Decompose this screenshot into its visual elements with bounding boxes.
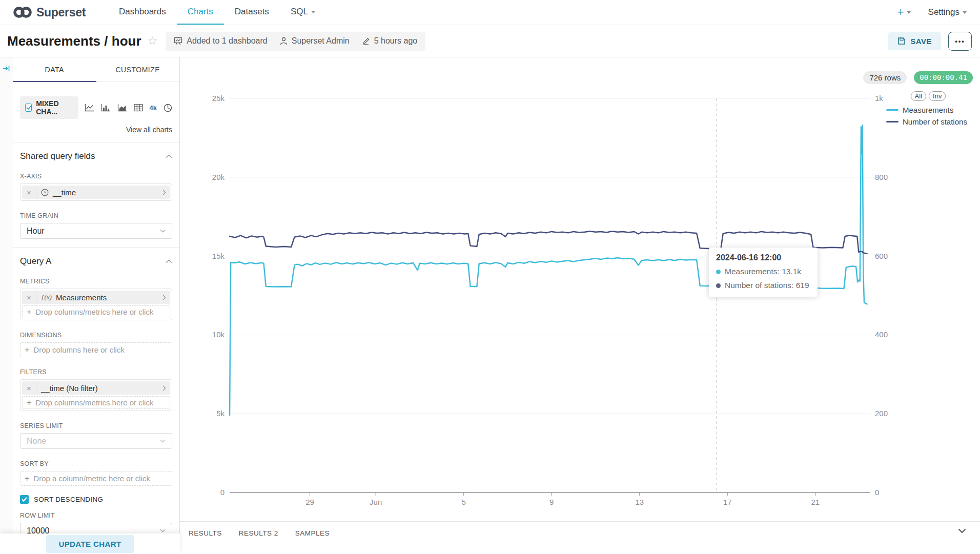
svg-text:13: 13	[635, 498, 644, 506]
nav-item-sql[interactable]: SQL	[280, 0, 326, 25]
x-axis-label: X-AXIS	[20, 173, 172, 180]
plus-icon: +	[27, 398, 31, 407]
svg-text:9: 9	[549, 498, 554, 506]
dimensions-dropzone[interactable]: +Drop columns here or click	[20, 342, 172, 357]
shared-query-fields-section[interactable]: Shared query fields	[13, 142, 179, 161]
time-grain-select[interactable]: Hour	[20, 223, 172, 239]
chart-tooltip: 2024-06-16 12:00 Measurements: 13.1k Num…	[709, 248, 818, 297]
chevron-down-icon	[160, 529, 166, 532]
svg-text:21: 21	[811, 498, 820, 506]
view-all-charts-link[interactable]: View all charts	[20, 126, 172, 134]
filters-label: FILTERS	[20, 368, 172, 376]
new-button[interactable]: +	[897, 6, 911, 19]
big-number-icon[interactable]: 4k	[150, 104, 157, 112]
filters-dropzone[interactable]: +Drop columns/metrics here or click	[22, 396, 170, 409]
control-panel: DATA CUSTOMIZE MIXED CHA...	[13, 57, 180, 554]
save-button[interactable]: SAVE	[888, 32, 941, 50]
series-limit-label: SERIES LIMIT	[20, 422, 172, 429]
nav-item-dashboards[interactable]: Dashboards	[108, 0, 177, 25]
series-swatch	[886, 109, 899, 111]
plus-icon: +	[27, 307, 31, 317]
area-chart-icon[interactable]	[117, 104, 127, 112]
chart-legend: All Inv Measurements Number of stations	[886, 91, 970, 126]
brand-name: Superset	[36, 6, 86, 19]
infinity-logo-icon	[13, 6, 32, 19]
svg-text:20k: 20k	[212, 173, 225, 181]
nav-item-datasets[interactable]: Datasets	[224, 0, 280, 25]
sort-by-label: SORT BY	[20, 460, 172, 467]
function-icon: ƒ(x)	[41, 293, 52, 301]
remove-icon[interactable]: ×	[22, 186, 36, 199]
line-chart-icon[interactable]	[85, 104, 94, 112]
svg-text:600: 600	[875, 252, 888, 260]
legend-item-measurements[interactable]: Measurements	[886, 106, 970, 114]
svg-text:5k: 5k	[216, 409, 224, 418]
nav-item-charts[interactable]: Charts	[177, 0, 224, 25]
panel-footer: UPDATE CHART	[0, 534, 180, 554]
expand-panel-icon[interactable]	[3, 65, 10, 72]
svg-text:10k: 10k	[212, 330, 225, 339]
sort-by-dropzone[interactable]: +Drop a column/metric here or click	[20, 471, 172, 486]
chevron-right-icon	[162, 385, 170, 391]
query-timer-badge: 00:00:00.41	[914, 71, 973, 84]
series-limit-select[interactable]: None	[20, 433, 172, 449]
legend-inv-button[interactable]: Inv	[929, 91, 946, 101]
nav-menu: Dashboards Charts Datasets SQL	[108, 0, 326, 25]
svg-text:800: 800	[875, 173, 888, 181]
panel-gutter	[0, 57, 13, 554]
tab-data[interactable]: DATA	[13, 57, 96, 81]
metrics-label: METRICS	[20, 278, 172, 285]
metrics-dropzone[interactable]: +Drop columns/metrics here or click	[22, 305, 170, 318]
more-actions-button[interactable]: •••	[948, 32, 972, 51]
sort-descending-checkbox[interactable]: SORT DESCENDING	[20, 495, 172, 504]
svg-text:1k: 1k	[875, 94, 883, 102]
chevron-right-icon	[162, 190, 170, 195]
page-title: Measurements / hour	[7, 33, 141, 49]
remove-icon[interactable]: ×	[22, 381, 36, 395]
chevron-up-icon	[166, 154, 172, 158]
viz-type-label: MIXED CHA...	[36, 99, 73, 116]
last-modified[interactable]: 5 hours ago	[362, 36, 418, 46]
update-chart-button[interactable]: UPDATE CHART	[46, 535, 133, 553]
chart-meta: Added to 1 dashboard Superset Admin 5 ho…	[166, 32, 425, 51]
svg-text:17: 17	[723, 498, 732, 506]
collapse-results-chevron-icon[interactable]	[958, 528, 966, 534]
user-icon	[280, 37, 288, 45]
dimensions-label: DIMENSIONS	[20, 332, 172, 339]
tab-customize[interactable]: CUSTOMIZE	[96, 57, 180, 81]
legend-item-number-of-stations[interactable]: Number of stations	[886, 117, 970, 126]
caret-down-icon	[311, 11, 315, 13]
bar-chart-icon[interactable]	[101, 104, 111, 112]
timeseries-chart-canvas[interactable]: 05k10k15k20k25k02004006008001k29Jun59131…	[180, 57, 980, 521]
x-axis-pill[interactable]: × __time	[22, 186, 170, 199]
row-count-badge: 726 rows	[863, 71, 907, 84]
tab-results-2[interactable]: RESULTS 2	[239, 529, 278, 537]
chevron-up-icon	[166, 259, 172, 263]
table-icon[interactable]	[134, 104, 143, 112]
favorite-star-icon[interactable]: ☆	[148, 34, 158, 48]
svg-text:0: 0	[220, 488, 224, 497]
chart-header: Measurements / hour ☆ Added to 1 dashboa…	[0, 25, 980, 57]
x-axis-control: × __time	[20, 183, 172, 201]
dashboards-badge[interactable]: Added to 1 dashboard	[174, 36, 267, 46]
superset-logo[interactable]: Superset	[0, 0, 91, 25]
metric-pill[interactable]: × ƒ(x)Measurements	[22, 291, 170, 304]
dashboard-icon	[174, 37, 182, 45]
query-a-section[interactable]: Query A	[13, 248, 179, 266]
caret-down-icon	[907, 11, 911, 14]
clock-icon	[41, 189, 49, 196]
remove-icon[interactable]: ×	[22, 291, 36, 304]
time-grain-label: TIME GRAIN	[20, 212, 172, 219]
settings-menu[interactable]: Settings	[928, 7, 967, 17]
viz-type-selected[interactable]: MIXED CHA...	[20, 96, 78, 119]
tab-samples[interactable]: SAMPLES	[295, 529, 330, 537]
filters-control: × __time (No filter) +Drop columns/metri…	[20, 379, 172, 411]
legend-all-button[interactable]: All	[911, 91, 926, 101]
chevron-down-icon	[160, 229, 166, 233]
owner-badge: Superset Admin	[280, 36, 350, 46]
filter-pill[interactable]: × __time (No filter)	[22, 381, 170, 395]
pie-chart-icon[interactable]	[164, 104, 172, 112]
tab-results[interactable]: RESULTS	[189, 529, 222, 537]
save-icon	[897, 37, 906, 45]
active-tab-underline	[13, 81, 96, 82]
